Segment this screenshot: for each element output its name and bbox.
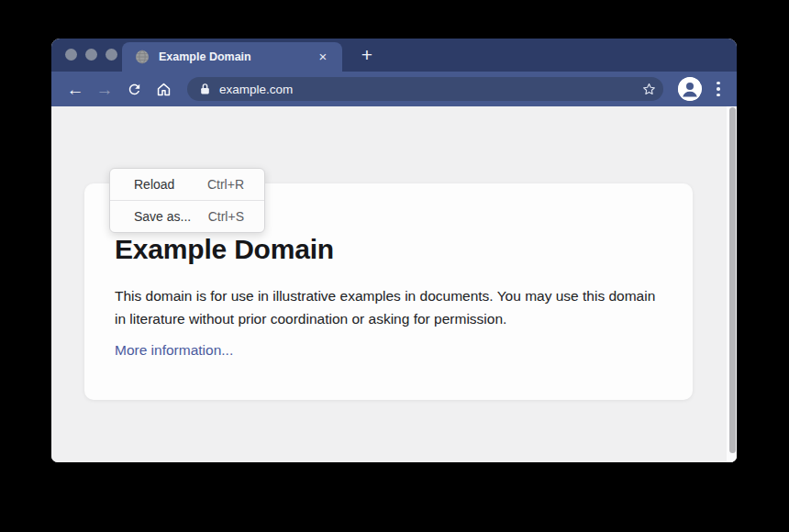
bookmark-star-icon [641,82,657,97]
desktop-background: Example Domain × + ← → [0,0,789,532]
window-zoom-button[interactable] [106,49,117,61]
context-menu-item-save-as[interactable]: Save as... Ctrl+S [110,201,264,232]
title-bar: Example Domain × + [51,39,737,72]
account-circle-icon [678,77,702,101]
window-controls [65,49,117,61]
forward-button[interactable]: → [92,76,117,102]
tab-close-button[interactable]: × [315,49,331,65]
menu-item-shortcut: Ctrl+S [208,209,244,224]
kebab-menu-icon [717,82,720,85]
window-close-button[interactable] [65,49,77,61]
navigation-toolbar: ← → example.com [51,72,737,106]
back-arrow-icon: ← [67,81,84,98]
padlock-icon [199,83,211,95]
bookmark-button[interactable] [638,78,660,100]
page-paragraph: This domain is for use in illustrative e… [115,285,661,330]
context-menu-item-reload[interactable]: Reload Ctrl+R [110,169,264,200]
profile-button[interactable] [678,77,702,101]
url-text[interactable]: example.com [219,83,638,96]
page-heading: Example Domain [115,234,661,265]
forward-arrow-icon: → [96,81,114,98]
browser-window: Example Domain × + ← → [51,39,737,462]
tab-title: Example Domain [159,50,315,63]
browser-tab[interactable]: Example Domain × [122,42,342,72]
reload-button[interactable] [121,76,147,102]
scrollbar-thumb[interactable] [729,107,736,453]
menu-item-shortcut: Ctrl+R [207,177,244,192]
context-menu: Reload Ctrl+R Save as... Ctrl+S [109,168,265,233]
home-button[interactable] [150,76,176,102]
address-bar[interactable]: example.com [187,77,663,101]
vertical-scrollbar[interactable] [727,106,737,462]
menu-item-label: Save as... [134,209,191,224]
more-information-link[interactable]: More information... [115,342,233,359]
back-button[interactable]: ← [62,76,88,102]
page-viewport: Example Domain This domain is for use in… [51,106,737,462]
refresh-arrow-icon [127,82,142,97]
new-tab-button[interactable]: + [350,39,383,72]
window-minimize-button[interactable] [85,49,97,61]
globe-favicon-icon [135,50,150,64]
menu-item-label: Reload [134,177,174,192]
browser-menu-button[interactable] [711,77,726,101]
house-icon [155,81,172,98]
